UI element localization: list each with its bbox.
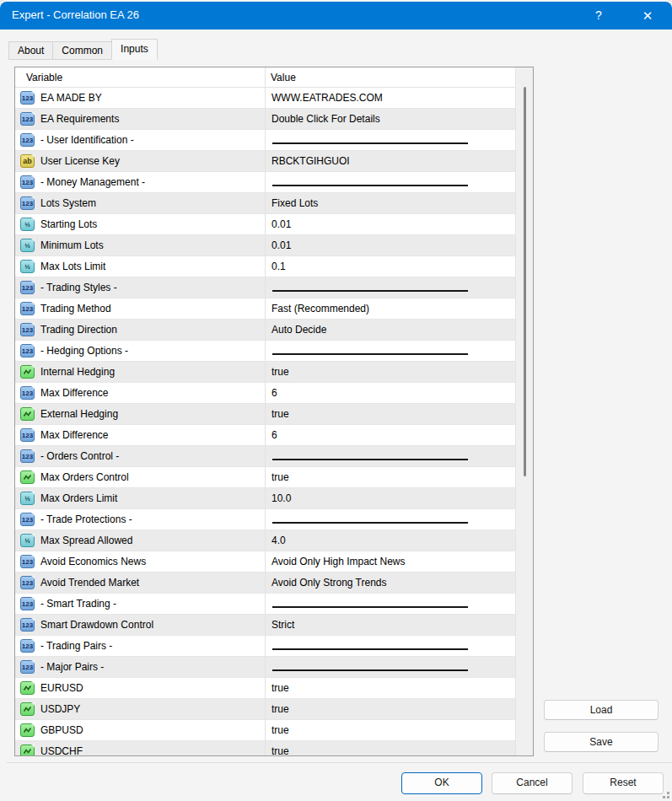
value-cell[interactable]: Auto Decide (265, 320, 517, 340)
column-header-value[interactable]: Value (271, 67, 296, 88)
int-input-icon: 123 (20, 175, 35, 189)
value-cell[interactable]: 4.0 (265, 530, 517, 551)
double-input-icon: ½ (20, 239, 35, 252)
value-cell[interactable] (265, 341, 517, 361)
table-row[interactable]: ½ Max Orders Limit 10.0 (15, 488, 517, 509)
tab-about[interactable]: About (8, 41, 53, 60)
value-cell[interactable]: true (265, 678, 517, 698)
tab-bar: About Common Inputs (8, 39, 157, 60)
reset-button[interactable]: Reset (583, 772, 664, 794)
value-cell[interactable] (265, 657, 517, 677)
table-row[interactable]: 123 - Trade Protections - (15, 509, 517, 530)
table-row[interactable]: 123 Lots System Fixed Lots (15, 193, 517, 214)
value-cell[interactable]: true (265, 720, 517, 740)
table-row[interactable]: 123 - Hedging Options - (15, 341, 517, 362)
variable-label: User License Key (40, 155, 120, 167)
table-row[interactable]: 123 EA Requirements Double Click For Det… (15, 109, 517, 130)
table-row[interactable]: ½ Minimum Lots 0.01 (15, 235, 517, 256)
value-cell[interactable]: RBCKTGIHGUOI (265, 151, 517, 171)
table-row[interactable]: 123 - User Identification - (15, 130, 517, 151)
bool-input-icon (20, 702, 35, 716)
ok-button[interactable]: OK (401, 772, 482, 794)
int-input-icon: 123 (20, 196, 35, 210)
value-cell[interactable]: Double Click For Details (265, 109, 517, 129)
table-row[interactable]: 123 - Major Pairs - (15, 657, 517, 678)
value-cell[interactable]: true (265, 467, 517, 487)
save-button[interactable]: Save (544, 732, 659, 752)
value-cell[interactable]: Avoid Only Strong Trends (265, 573, 517, 593)
int-input-icon: 123 (20, 428, 35, 442)
load-button[interactable]: Load (544, 700, 659, 720)
scrollbar-thumb[interactable] (524, 87, 526, 476)
value-cell[interactable] (265, 594, 517, 614)
table-row[interactable]: 123 Avoid Economics News Avoid Only High… (15, 551, 517, 573)
int-input-icon: 123 (20, 555, 35, 568)
value-cell[interactable]: Avoid Only High Impact News (265, 551, 517, 572)
cancel-button[interactable]: Cancel (492, 772, 573, 794)
bool-input-icon (20, 407, 35, 421)
value-cell[interactable]: Strict (265, 615, 517, 635)
value-cell[interactable]: 10.0 (265, 488, 517, 508)
value-cell[interactable]: WWW.EATRADES.COM (265, 88, 517, 108)
table-row[interactable]: ½ Max Lots Limit 0.1 (15, 256, 517, 277)
variable-label: EURUSD (40, 682, 83, 694)
table-row[interactable]: USDCHF true (15, 741, 517, 755)
table-row[interactable]: 123 - Smart Trading - (15, 594, 517, 615)
scrollbar-track[interactable] (515, 67, 533, 755)
variable-label: - Hedging Options - (40, 345, 128, 357)
table-row[interactable]: GBPUSD true (15, 720, 517, 741)
value-cell[interactable] (265, 172, 517, 192)
column-header-variable[interactable]: Variable (26, 67, 62, 88)
value-cell[interactable]: true (265, 699, 517, 719)
table-row[interactable]: Max Orders Control true (15, 467, 517, 488)
table-row[interactable]: 123 - Trading Styles - (15, 277, 517, 298)
value-cell[interactable]: Fast (Recommended) (265, 298, 517, 319)
table-row[interactable]: 123 - Orders Control - (15, 446, 517, 467)
table-row[interactable]: 123 Trading Method Fast (Recommended) (15, 298, 517, 320)
table-row[interactable]: External Hedging true (15, 404, 517, 425)
bool-input-icon (20, 470, 35, 484)
value-cell[interactable]: 6 (265, 383, 517, 403)
table-row[interactable]: ab User License Key RBCKTGIHGUOI (15, 151, 517, 172)
resize-grip-icon[interactable] (663, 792, 670, 799)
table-row[interactable]: 123 Smart Drawdown Control Strict (15, 615, 517, 636)
value-cell[interactable]: 6 (265, 425, 517, 445)
value-cell[interactable] (265, 277, 517, 298)
variable-label: - Trading Pairs - (40, 640, 112, 652)
variable-cell: 123 - Trading Styles - (15, 277, 265, 298)
table-row[interactable]: 123 EA MADE BY WWW.EATRADES.COM (15, 88, 517, 109)
tab-inputs[interactable]: Inputs (111, 39, 158, 60)
table-row[interactable]: ½ Max Spread Allowed 4.0 (15, 530, 517, 551)
help-icon[interactable]: ? (580, 2, 617, 30)
table-row[interactable]: 123 - Money Management - (15, 172, 517, 193)
table-row[interactable]: 123 Trading Direction Auto Decide (15, 320, 517, 341)
value-cell[interactable]: 0.01 (265, 214, 517, 234)
table-row[interactable]: 123 Max Difference 6 (15, 425, 517, 446)
table-row[interactable]: Internal Hedging true (15, 362, 517, 383)
tab-common[interactable]: Common (52, 41, 112, 60)
table-row[interactable]: ½ Starting Lots 0.01 (15, 214, 517, 235)
column-divider[interactable] (265, 67, 266, 87)
value-cell[interactable]: Fixed Lots (265, 193, 517, 213)
separator-line (272, 353, 468, 355)
table-row[interactable]: EURUSD true (15, 678, 517, 699)
variable-cell: 123 EA MADE BY (15, 88, 265, 108)
value-cell[interactable] (265, 446, 517, 466)
value-cell[interactable] (265, 509, 517, 530)
value-cell[interactable]: 0.01 (265, 235, 517, 255)
close-icon[interactable]: ✕ (629, 2, 666, 30)
table-row[interactable]: 123 Avoid Trended Market Avoid Only Stro… (15, 573, 517, 594)
value-cell[interactable] (265, 636, 517, 656)
variable-label: EA MADE BY (40, 92, 102, 104)
value-cell[interactable] (265, 130, 517, 150)
variable-label: USDCHF (40, 745, 83, 755)
variable-label: - Money Management - (40, 176, 145, 188)
table-row[interactable]: 123 - Trading Pairs - (15, 636, 517, 657)
value-cell[interactable]: 0.1 (265, 256, 517, 277)
table-row[interactable]: USDJPY true (15, 699, 517, 720)
variable-label: Internal Hedging (40, 366, 115, 378)
value-cell[interactable]: true (265, 404, 517, 424)
value-cell[interactable]: true (265, 362, 517, 382)
value-cell[interactable]: true (265, 741, 517, 755)
table-row[interactable]: 123 Max Difference 6 (15, 383, 517, 404)
